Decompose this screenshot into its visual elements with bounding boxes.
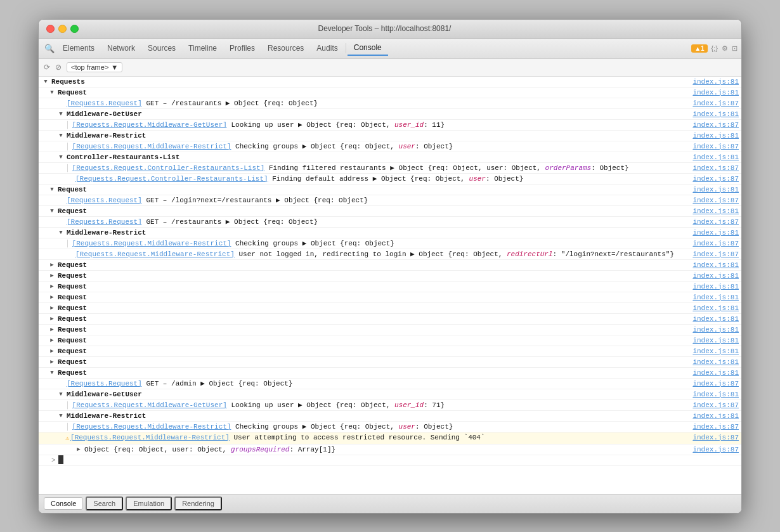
list-item[interactable]: ▶ Object {req: Object, user: Object, gro… — [39, 444, 741, 455]
list-item[interactable]: ⚠ [Requests.Request.Middleware-Restrict]… — [39, 432, 741, 444]
log-location[interactable]: index.js:81 — [687, 260, 739, 270]
list-item[interactable]: ▼ Request index.js:81 — [39, 185, 741, 195]
log-location[interactable]: index.js:87 — [687, 379, 739, 389]
log-location[interactable]: index.js:81 — [687, 325, 739, 335]
list-item[interactable]: │ [Requests.Request.Middleware-Restrict]… — [39, 238, 741, 249]
tab-timeline[interactable]: Timeline — [182, 41, 223, 55]
log-location[interactable]: index.js:87 — [687, 422, 739, 432]
log-link[interactable]: [Requests.Request] — [67, 380, 142, 387]
toggle-icon[interactable]: ▶ — [48, 304, 56, 313]
toggle-icon[interactable]: ▼ — [41, 77, 50, 86]
toggle-icon[interactable]: ▼ — [56, 390, 65, 399]
list-item[interactable]: ▼ Middleware-Restrict index.js:81 — [39, 228, 741, 238]
dock-icon[interactable]: ⊡ — [732, 44, 738, 53]
tab-console[interactable]: Console — [348, 41, 388, 56]
tab-search-bottom[interactable]: Search — [86, 496, 123, 510]
list-item[interactable]: [Requests.Request] GET – /restaurants ▶ … — [39, 98, 741, 109]
settings-icon[interactable]: ⚙ — [722, 44, 728, 53]
log-location[interactable]: index.js:87 — [687, 174, 739, 184]
tab-profiles[interactable]: Profiles — [223, 41, 261, 55]
log-location[interactable]: index.js:81 — [687, 346, 739, 356]
log-location[interactable]: index.js:81 — [687, 303, 739, 313]
toggle-icon[interactable]: ▶ — [48, 358, 56, 367]
list-item[interactable]: [Requests.Request.Controller-Restaurants… — [39, 174, 741, 185]
toggle-icon[interactable]: ▶ — [48, 293, 56, 302]
log-link[interactable]: [Requests.Request.Controller-Restaurants… — [75, 175, 268, 183]
list-item[interactable]: ▶ Request index.js:81 — [39, 292, 741, 303]
log-link[interactable]: [Requests.Request.Middleware-Restrict] — [72, 240, 231, 247]
log-location[interactable]: index.js:81 — [687, 131, 739, 141]
filter-icon[interactable]: ⊘ — [55, 63, 62, 72]
toggle-icon[interactable]: ▼ — [48, 368, 56, 377]
tab-elements[interactable]: Elements — [56, 41, 101, 55]
log-location[interactable]: index.js:87 — [687, 195, 739, 205]
log-link[interactable]: [Requests.Request] — [67, 100, 142, 107]
list-item[interactable]: ▶ Request index.js:81 — [39, 303, 741, 314]
log-location[interactable]: index.js:87 — [687, 163, 739, 173]
log-location[interactable]: index.js:81 — [687, 357, 739, 367]
log-location[interactable]: index.js:81 — [687, 206, 739, 216]
toggle-icon[interactable]: ▶ — [48, 261, 56, 269]
toggle-icon[interactable]: ▼ — [56, 153, 65, 162]
log-link[interactable]: [Requests.Request.Middleware-Restrict] — [72, 143, 231, 150]
list-item[interactable]: [Requests.Request] GET – /login?next=/re… — [39, 195, 741, 206]
log-location[interactable]: index.js:87 — [687, 120, 739, 130]
cursor-line[interactable]: > — [39, 455, 741, 466]
log-link[interactable]: [Requests.Request.Middleware-GetUser] — [72, 121, 227, 129]
list-item[interactable]: ▼ Request index.js:81 — [39, 88, 741, 98]
toggle-icon[interactable]: ▶ — [48, 325, 56, 334]
toggle-icon[interactable]: ▼ — [56, 131, 65, 140]
list-item[interactable]: │ [Requests.Request.Middleware-GetUser] … — [39, 120, 741, 131]
toggle-icon[interactable]: ▶ — [48, 347, 56, 356]
toggle-icon[interactable]: ▶ — [74, 445, 83, 454]
log-link[interactable]: [Requests.Request.Middleware-Restrict] — [72, 423, 231, 431]
toggle-icon[interactable]: ▼ — [48, 185, 56, 194]
tab-network[interactable]: Network — [101, 41, 141, 55]
list-item[interactable]: [Requests.Request.Middleware-Restrict] U… — [39, 249, 741, 260]
log-location[interactable]: index.js:87 — [687, 141, 739, 152]
log-location[interactable]: index.js:87 — [687, 217, 739, 227]
list-item[interactable]: ▼ Request index.js:81 — [39, 206, 741, 217]
log-link[interactable]: [Requests.Request.Controller-Restaurants… — [72, 164, 265, 172]
list-item[interactable]: ▼ Requests index.js:81 — [39, 77, 741, 88]
log-location[interactable]: index.js:81 — [687, 368, 739, 378]
list-item[interactable]: [Requests.Request] GET – /restaurants ▶ … — [39, 217, 741, 228]
list-item[interactable]: ▶ Request index.js:81 — [39, 346, 741, 357]
list-item[interactable]: ▼ Middleware-Restrict index.js:81 — [39, 131, 741, 141]
search-icon[interactable]: 🔍 — [42, 41, 56, 55]
toggle-icon[interactable]: ▼ — [48, 88, 56, 97]
list-item[interactable]: ▼ Controller-Restaurants-List index.js:8… — [39, 152, 741, 163]
clear-icon[interactable]: ⟳ — [44, 63, 50, 72]
log-location[interactable]: index.js:81 — [687, 228, 739, 238]
frame-selector[interactable]: <top frame> ▼ — [67, 62, 122, 72]
log-link[interactable]: [Requests.Request.Middleware-Restrict] — [70, 434, 230, 441]
format-icon[interactable]: {;} — [712, 44, 718, 52]
log-location[interactable]: index.js:81 — [687, 411, 739, 421]
log-location[interactable]: index.js:81 — [687, 77, 739, 87]
list-item[interactable]: ▶ Request index.js:81 — [39, 282, 741, 292]
list-item[interactable]: ▶ Request index.js:81 — [39, 357, 741, 368]
toggle-icon[interactable]: ▼ — [56, 110, 65, 119]
list-item[interactable]: │ [Requests.Request.Controller-Restauran… — [39, 163, 741, 174]
toggle-icon[interactable]: ▼ — [56, 228, 65, 237]
log-location[interactable]: index.js:81 — [687, 389, 739, 399]
log-location[interactable]: index.js:87 — [687, 98, 739, 108]
list-item[interactable]: │ [Requests.Request.Middleware-Restrict]… — [39, 141, 741, 152]
minimize-button[interactable] — [58, 25, 67, 33]
log-link[interactable]: [Requests.Request.Middleware-Restrict] — [75, 250, 235, 258]
log-link[interactable]: [Requests.Request] — [67, 218, 142, 226]
list-item[interactable]: ▶ Request index.js:81 — [39, 335, 741, 346]
toggle-icon[interactable]: ▼ — [56, 412, 65, 420]
log-location[interactable]: index.js:81 — [687, 185, 739, 195]
log-location[interactable]: index.js:81 — [687, 109, 739, 119]
list-item[interactable]: ▶ Request index.js:81 — [39, 271, 741, 282]
log-location[interactable]: index.js:87 — [687, 432, 739, 443]
log-location[interactable]: index.js:81 — [687, 314, 739, 324]
log-location[interactable]: index.js:81 — [687, 282, 739, 292]
tab-console-bottom[interactable]: Console — [44, 497, 83, 510]
log-location[interactable]: index.js:81 — [687, 335, 739, 346]
tab-sources[interactable]: Sources — [141, 41, 182, 55]
list-item[interactable]: ▶ Request index.js:81 — [39, 260, 741, 271]
log-location[interactable]: index.js:87 — [687, 400, 739, 410]
toggle-icon[interactable]: ▼ — [48, 207, 56, 216]
